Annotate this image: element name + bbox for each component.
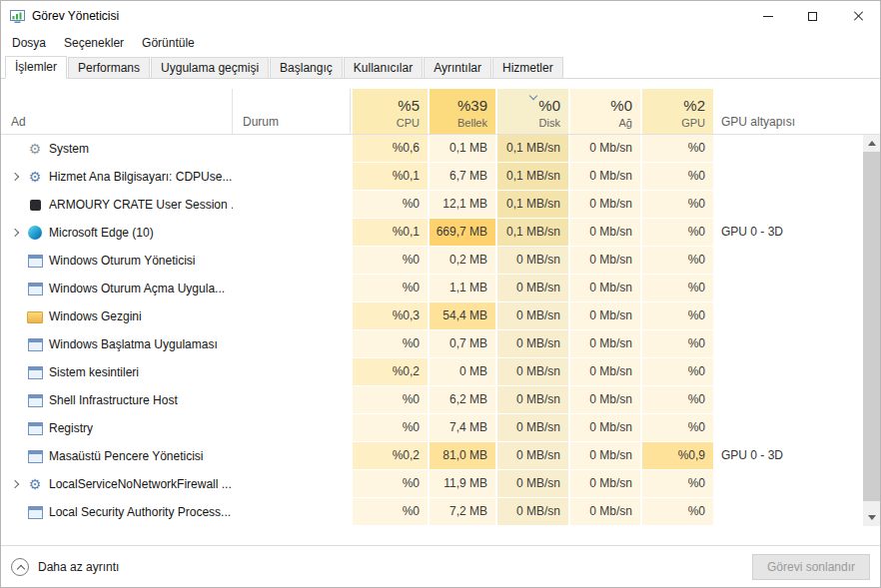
name-cell: Local Security Authority Process...	[1, 498, 233, 526]
sort-chevron-icon	[529, 93, 537, 101]
table-row[interactable]: Microsoft Edge (10) %0,1 669,7 MB 0,1 MB…	[1, 219, 880, 247]
tab-performance[interactable]: Performans	[68, 57, 150, 79]
maximize-button[interactable]	[790, 1, 835, 31]
menu-view[interactable]: Görüntüle	[133, 31, 204, 55]
cpu-cell: %0,2	[351, 442, 428, 470]
network-cell: 0 Mb/sn	[568, 386, 640, 414]
cpu-cell: %0	[351, 414, 428, 442]
menu-file[interactable]: Dosya	[3, 31, 55, 55]
network-cell: 0 Mb/sn	[568, 275, 640, 302]
process-name: Windows Başlatma Uygulaması	[49, 331, 218, 358]
column-gpu[interactable]: %2 GPU	[640, 89, 713, 134]
table-row[interactable]: Hizmet Ana Bilgisayarı: CDPUse... %0,1 6…	[1, 163, 880, 191]
gpu-cell: %0	[640, 414, 713, 442]
gpu-engine-cell	[713, 302, 880, 330]
memory-cell: 0,1 MB	[428, 135, 495, 163]
window-controls	[745, 1, 880, 31]
memory-cell: 11,9 MB	[428, 470, 495, 498]
column-status-label: Durum	[243, 115, 279, 129]
column-name-label: Ad	[11, 115, 26, 129]
table-row[interactable]: Masaüstü Pencere Yöneticisi %0,2 81,0 MB…	[1, 442, 880, 470]
table-row[interactable]: Windows Oturum Açma Uygula... %0 1,1 MB …	[1, 275, 880, 302]
vertical-scrollbar[interactable]	[863, 135, 880, 526]
cpu-cell: %0	[351, 470, 428, 498]
app-window-icon	[27, 504, 43, 520]
cpu-total-percent: %5	[398, 97, 420, 114]
gpu-cell: %0	[640, 358, 713, 386]
column-cpu[interactable]: %5 CPU	[351, 89, 428, 134]
tab-app-history[interactable]: Uygulama geçmişi	[151, 57, 269, 79]
network-cell: 0 Mb/sn	[568, 470, 640, 498]
scrollbar-thumb[interactable]	[863, 152, 880, 501]
column-network[interactable]: %0 Ağ	[568, 89, 640, 134]
expander-slot	[5, 386, 25, 414]
table-row[interactable]: Windows Başlatma Uygulaması %0 0,7 MB 0 …	[1, 330, 880, 358]
scroll-down-button[interactable]	[863, 509, 880, 526]
chevron-right-icon[interactable]	[5, 219, 25, 247]
process-name: Sistem kesintileri	[49, 359, 139, 386]
table-row[interactable]: Windows Gezgini %0,3 54,4 MB 0 MB/sn 0 M…	[1, 302, 880, 330]
end-task-button[interactable]: Görevi sonlandır	[752, 554, 870, 580]
column-name[interactable]: Ad	[1, 89, 233, 134]
gpu-total-percent: %2	[683, 97, 705, 114]
expander-slot	[5, 330, 25, 358]
process-name: Microsoft Edge (10)	[49, 220, 154, 247]
chevron-right-icon[interactable]	[5, 163, 25, 191]
window-title: Görev Yöneticisi	[32, 9, 119, 23]
gpu-cell: %0	[640, 275, 713, 302]
status-cell	[233, 163, 351, 191]
memory-cell: 669,7 MB	[428, 219, 495, 247]
network-cell: 0 Mb/sn	[568, 163, 640, 191]
tab-services[interactable]: Hizmetler	[492, 57, 563, 79]
gpu-cell: %0	[640, 302, 713, 330]
gpu-cell: %0,9	[640, 442, 713, 470]
cpu-cell: %0	[351, 386, 428, 414]
fewer-details-toggle[interactable]: Daha az ayrıntı	[11, 558, 119, 576]
network-cell: 0 Mb/sn	[568, 330, 640, 358]
status-cell	[233, 498, 351, 526]
column-gpu-engine[interactable]: GPU altyapısı	[713, 89, 880, 134]
process-name: Local Security Authority Process...	[49, 499, 231, 526]
disk-total-percent: %0	[538, 97, 560, 114]
disk-column-label: Disk	[539, 117, 560, 130]
cpu-column-label: CPU	[397, 117, 420, 130]
tab-startup[interactable]: Başlangıç	[270, 57, 343, 79]
disk-cell: 0 MB/sn	[495, 442, 568, 470]
table-row[interactable]: Sistem kesintileri %0,2 0 MB 0 MB/sn 0 M…	[1, 358, 880, 386]
table-row[interactable]: LocalServiceNoNetworkFirewall ... %0 11,…	[1, 470, 880, 498]
network-cell: 0 Mb/sn	[568, 358, 640, 386]
minimize-icon	[763, 16, 773, 17]
footer-bar: Daha az ayrıntı Görevi sonlandır	[1, 545, 880, 587]
chevron-right-icon[interactable]	[5, 470, 25, 498]
table-row[interactable]: Registry %0 7,4 MB 0 MB/sn 0 Mb/sn %0	[1, 414, 880, 442]
cpu-cell: %0	[351, 275, 428, 302]
memory-cell: 1,1 MB	[428, 275, 495, 302]
table-row[interactable]: Local Security Authority Process... %0 7…	[1, 498, 880, 526]
tab-processes[interactable]: İşlemler	[5, 56, 67, 79]
tab-users[interactable]: Kullanıcılar	[344, 57, 423, 79]
table-row[interactable]: Windows Oturum Yöneticisi %0 0,2 MB 0 MB…	[1, 247, 880, 275]
column-memory[interactable]: %39 Bellek	[428, 89, 495, 134]
table-row[interactable]: ARMOURY CRATE User Session ... %0 12,1 M…	[1, 191, 880, 219]
service-gear-icon	[27, 169, 43, 185]
table-row[interactable]: System %0,6 0,1 MB 0,1 MB/sn 0 Mb/sn %0	[1, 135, 880, 163]
app-window-icon	[27, 253, 43, 269]
scroll-up-button[interactable]	[863, 135, 880, 152]
cpu-cell: %0,1	[351, 219, 428, 247]
expander-slot	[5, 442, 25, 470]
close-button[interactable]	[835, 1, 880, 31]
memory-column-label: Bellek	[457, 117, 487, 130]
column-disk[interactable]: %0 Disk	[495, 89, 568, 134]
status-cell	[233, 386, 351, 414]
column-status[interactable]: Durum	[233, 89, 351, 134]
gpu-cell: %0	[640, 386, 713, 414]
minimize-button[interactable]	[745, 1, 790, 31]
memory-cell: 12,1 MB	[428, 191, 495, 219]
table-row[interactable]: Shell Infrastructure Host %0 6,2 MB 0 MB…	[1, 386, 880, 414]
app-window-icon	[27, 448, 43, 464]
network-cell: 0 Mb/sn	[568, 219, 640, 247]
tab-details[interactable]: Ayrıntılar	[424, 57, 491, 79]
maximize-icon	[808, 12, 817, 21]
gpu-engine-cell	[713, 330, 880, 358]
menu-options[interactable]: Seçenekler	[55, 31, 133, 55]
